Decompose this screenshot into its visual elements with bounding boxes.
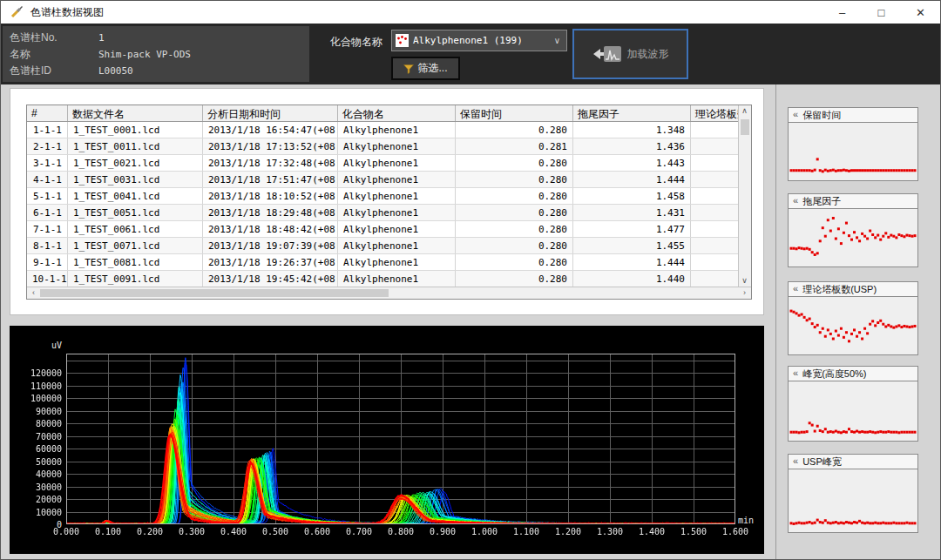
column-header[interactable]: 理论塔板数	[691, 105, 740, 121]
x-tick-label: 1.500	[674, 527, 713, 536]
table-cell	[691, 238, 740, 253]
compound-select[interactable]: Alkylphenone1 (199) ∨	[391, 30, 567, 51]
table-cell: 5-1-1	[27, 188, 68, 204]
compound-name-label: 化合物名称	[330, 35, 382, 50]
table-cell: 4-1-1	[27, 172, 68, 187]
table-cell: Alkylphenone1	[338, 221, 456, 237]
x-tick-label: 1.300	[591, 527, 629, 536]
table-cell: 1_TEST_0071.lcd	[68, 238, 203, 253]
vertical-scrollbar[interactable]: ∧ ∨	[738, 105, 751, 287]
table-cell: 0.280	[456, 172, 573, 187]
horizontal-scrollbar[interactable]: ‹ ›	[27, 287, 751, 299]
column-info-panel: 色谱柱No. 1 名称 Shim-pack VP-ODS 色谱柱ID L0005…	[3, 26, 309, 82]
table-cell: 2013/1/18 19:26:37(+08:00)	[203, 254, 338, 270]
column-header[interactable]: 分析日期和时间	[203, 105, 338, 121]
table-cell: 1.458	[573, 188, 691, 204]
table-row[interactable]: 8-1-11_TEST_0071.lcd2013/1/18 19:07:39(+…	[27, 238, 751, 254]
table-row[interactable]: 6-1-11_TEST_0051.lcd2013/1/18 18:29:48(+…	[27, 205, 751, 221]
load-waveform-label: 加载波形	[627, 47, 669, 62]
maximize-button[interactable]: □	[862, 1, 901, 24]
compound-scatter-icon	[396, 34, 409, 47]
table-cell: 2013/1/18 17:51:47(+08:00)	[203, 172, 338, 187]
table-cell: 1_TEST_0091.lcd	[68, 271, 203, 287]
column-header[interactable]: 保留时间	[456, 105, 573, 121]
horizontal-scroll-thumb[interactable]	[40, 289, 389, 297]
funnel-icon	[403, 64, 414, 74]
vertical-scroll-thumb[interactable]	[741, 119, 749, 135]
table-cell: Alkylphenone1	[338, 138, 456, 154]
table-cell: 6-1-1	[27, 205, 68, 220]
table-cell: 1_TEST_0081.lcd	[68, 254, 203, 270]
collapse-icon[interactable]: «	[793, 455, 798, 466]
load-waveform-icon	[592, 44, 622, 64]
table-cell: 2013/1/18 18:48:42(+08:00)	[203, 221, 338, 237]
chevron-down-icon: ∨	[554, 36, 566, 45]
table-cell: 2013/1/18 18:10:52(+08:00)	[203, 188, 338, 204]
collapse-icon[interactable]: «	[793, 109, 798, 119]
table-cell: 2013/1/18 19:07:39(+08:00)	[203, 238, 338, 253]
column-header[interactable]: 拖尾因子	[573, 105, 691, 121]
x-tick-label: 1.200	[549, 527, 587, 536]
collapse-icon[interactable]: «	[793, 195, 798, 206]
trend-panel-header[interactable]: « 拖尾因子	[788, 193, 918, 209]
trend-panel-header[interactable]: « 峰宽(高度50%)	[788, 366, 918, 381]
x-tick-label: 0.400	[214, 527, 253, 536]
scroll-up-icon[interactable]: ∧	[739, 105, 750, 117]
table-row[interactable]: 4-1-11_TEST_0031.lcd2013/1/18 17:51:47(+…	[27, 172, 751, 188]
table-cell: 1.348	[573, 122, 691, 138]
scroll-left-icon[interactable]: ‹	[28, 287, 39, 299]
table-cell: 1.431	[573, 205, 691, 220]
load-waveform-button[interactable]: 加载波形	[572, 29, 688, 79]
window-title: 色谱柱数据视图	[30, 5, 104, 20]
table-cell: 2013/1/18 19:45:42(+08:00)	[203, 271, 338, 287]
table-cell: 3-1-1	[27, 155, 68, 171]
info-row: 名称 Shim-pack VP-ODS	[10, 46, 302, 63]
minimize-button[interactable]: –	[823, 1, 862, 24]
x-tick-label: 0.200	[131, 527, 169, 536]
table-row[interactable]: 5-1-11_TEST_0041.lcd2013/1/18 18:10:52(+…	[27, 188, 751, 205]
table-row[interactable]: 2-1-11_TEST_0011.lcd2013/1/18 17:13:52(+…	[27, 138, 751, 155]
trend-panel-retention: « 保留时间	[788, 107, 918, 181]
table-cell: Alkylphenone1	[338, 254, 456, 270]
filter-button[interactable]: 筛选...	[391, 57, 460, 80]
table-cell: 0.280	[456, 221, 573, 237]
trend-panel-header[interactable]: « 保留时间	[788, 107, 918, 123]
y-tick-label: 10000	[22, 508, 62, 517]
table-row[interactable]: 1-1-11_TEST_0001.lcd2013/1/18 16:54:47(+…	[27, 122, 751, 138]
app-window: 色谱柱数据视图 – □ ✕ 色谱柱No. 1 名称 Shim-pack VP-O…	[0, 0, 941, 560]
table-cell: 0.280	[456, 155, 573, 171]
table-cell: 9-1-1	[27, 254, 68, 270]
table-row[interactable]: 7-1-11_TEST_0061.lcd2013/1/18 18:48:42(+…	[27, 221, 751, 238]
trend-panel-header[interactable]: « USP峰宽	[788, 454, 918, 469]
column-header[interactable]: 数据文件名	[68, 105, 203, 121]
trend-panel-header[interactable]: « 理论塔板数(USP)	[788, 281, 918, 297]
y-tick-label: 20000	[22, 495, 62, 504]
x-tick-label: 1.400	[633, 527, 671, 536]
trend-panel-title: 峰宽(高度50%)	[802, 368, 866, 381]
table-cell: 2013/1/18 17:32:48(+08:00)	[203, 155, 338, 171]
info-value: Shim-pack VP-ODS	[98, 49, 191, 60]
y-tick-label: 80000	[22, 419, 62, 428]
column-header[interactable]: #	[27, 105, 68, 121]
filter-button-label: 筛选...	[417, 61, 447, 76]
table-cell	[691, 205, 740, 220]
table-row[interactable]: 9-1-11_TEST_0081.lcd2013/1/18 19:26:37(+…	[27, 254, 751, 271]
info-value: L00050	[98, 65, 133, 77]
x-tick-label: 0.500	[256, 527, 294, 536]
table-cell: Alkylphenone1	[338, 172, 456, 187]
table-row[interactable]: 10-1-11_TEST_0091.lcd2013/1/18 19:45:42(…	[27, 271, 751, 287]
scroll-down-icon[interactable]: ∨	[739, 275, 750, 287]
y-tick-label: 60000	[22, 444, 62, 454]
close-button[interactable]: ✕	[901, 1, 940, 24]
collapse-icon[interactable]: «	[793, 283, 798, 293]
table-cell: 10-1-1	[27, 271, 68, 287]
column-header[interactable]: 化合物名	[338, 105, 456, 121]
table-cell	[691, 221, 740, 237]
table-cell: 1-1-1	[27, 122, 68, 138]
table-row[interactable]: 3-1-11_TEST_0021.lcd2013/1/18 17:32:48(+…	[27, 155, 751, 172]
info-label: 色谱柱ID	[10, 64, 98, 78]
collapse-icon[interactable]: «	[793, 368, 798, 378]
scroll-right-icon[interactable]: ›	[739, 287, 750, 299]
table-cell: 1.436	[573, 138, 691, 154]
info-label: 名称	[10, 47, 98, 62]
